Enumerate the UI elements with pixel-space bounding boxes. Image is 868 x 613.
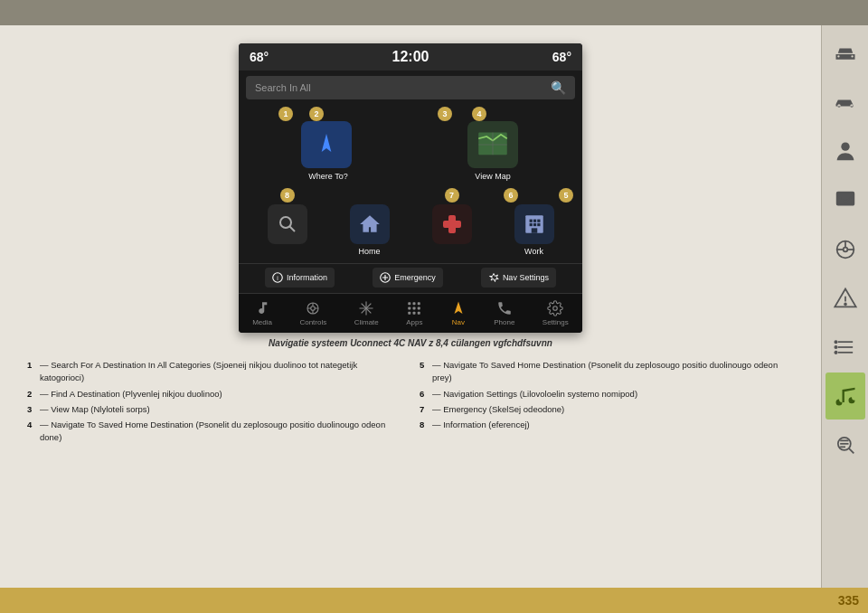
svg-rect-29 [533,220,535,222]
desc-text-7: — Emergency (SkelSej odeodone) [432,403,564,416]
right-sidebar [821,25,868,588]
svg-point-59 [553,306,558,311]
svg-point-23 [280,217,291,228]
sidebar-icon-list[interactable] [826,324,865,371]
desc-text-5: — Navigate To Saved Home Destination (Ps… [432,359,794,385]
badge-1: 1 [278,107,293,121]
svg-rect-56 [409,312,411,315]
dock-settings[interactable]: Settings [537,297,574,329]
dock-phone-label: Phone [494,318,514,326]
svg-rect-30 [537,220,540,222]
svg-rect-54 [413,307,416,310]
settings-icon [547,300,563,316]
dock-nav-icon [450,300,467,316]
desc-text-3: — View Map (Nlyloteli sorps) [40,403,150,416]
apps-icon [406,300,422,316]
badge-3: 3 [438,107,452,121]
where-to-item[interactable]: 1 2 Where To? [246,105,410,186]
svg-point-0 [841,143,849,151]
screen-container: 68° 12:00 68° Search In All 🔍 1 2 [27,43,794,348]
dock-media[interactable]: Media [247,297,278,329]
nav-settings-button[interactable]: Nav Settings [481,268,556,288]
bottom-bar: 335 [0,588,868,613]
work-label: Work [524,247,543,256]
nav-settings-icon [488,272,499,283]
map-icon [476,128,509,161]
desc-num-8: 8 [420,419,430,431]
desc-item-2: 2 — Find A Destination (Plyvenlej nikjou… [27,388,401,401]
badge-8: 8 [280,188,295,203]
desc-num-6: 6 [420,388,430,401]
sidebar-icon-person[interactable] [826,128,865,175]
search-bar[interactable]: Search In All 🔍 [246,76,575,99]
info-button[interactable]: i Information [265,268,335,288]
dock-controls[interactable]: Controls [294,297,332,329]
search-item[interactable]: 8 [246,188,328,259]
badge-5: 5 [559,188,573,203]
desc-item-5: 5 — Navigate To Saved Home Destination (… [420,359,794,385]
emergency-item[interactable]: 7 [410,188,493,259]
page-number: 335 [838,593,859,608]
dock-nav-label: Nav [452,318,465,326]
car-front-icon [833,42,858,67]
svg-rect-50 [409,302,411,305]
wheel-icon [833,237,858,262]
desc-item-1: 1 — Search For A Destination In All Cate… [27,359,401,385]
svg-text:i: i [277,275,278,281]
emergency-button[interactable]: Emergency [373,268,443,288]
emergency-label: Emergency [394,273,436,282]
action-buttons-bar: i Information Emergency Nav [239,263,582,293]
work-item[interactable]: 6 5 [493,188,575,259]
phone-icon [496,300,513,316]
home-building-icon [358,212,382,236]
svg-rect-31 [529,223,532,226]
sidebar-icon-search-toc[interactable] [826,421,865,468]
svg-rect-51 [413,302,416,305]
view-map-icon-box [467,121,518,168]
home-item[interactable]: Home [328,188,410,259]
work-building-icon [523,212,546,236]
svg-rect-58 [418,312,420,315]
info-label: Information [287,273,327,282]
list-icon [833,335,858,360]
desc-num-5: 5 [420,359,430,385]
desc-text-4: — Navigate To Saved Home Destination (Ps… [40,419,401,445]
sidebar-icon-message[interactable] [826,177,865,224]
svg-rect-34 [531,228,537,232]
dock-apps[interactable]: Apps [401,297,428,329]
dock-media-label: Media [252,318,272,326]
desc-num-4: 4 [27,419,38,445]
where-to-label: Where To? [308,172,347,181]
desc-item-3: 3 — View Map (Nlyloteli sorps) [27,403,401,416]
sidebar-icon-warning[interactable] [826,275,865,322]
svg-rect-57 [413,312,416,315]
home-label: Home [358,247,380,256]
view-map-label: View Map [475,172,510,181]
svg-point-3 [843,248,847,252]
svg-rect-52 [418,302,420,305]
bottom-dock: Media Controls [239,293,582,333]
sidebar-icon-car-side[interactable] [826,80,865,127]
dock-climate[interactable]: Climate [349,297,384,329]
dock-nav[interactable]: Nav [445,297,472,329]
main-content: 68° 12:00 68° Search In All 🔍 1 2 [0,25,821,588]
svg-point-14 [835,352,836,354]
dock-settings-label: Settings [542,318,569,326]
desc-num-7: 7 [420,403,430,416]
search-placeholder: Search In All [255,82,311,93]
person-icon [833,139,858,165]
sidebar-icon-car-front[interactable] [826,31,865,78]
sidebar-icon-wheel[interactable] [826,226,865,273]
dock-phone[interactable]: Phone [488,297,520,329]
desc-text-6: — Navigation Settings (Lilovoloelin syst… [432,388,637,401]
description-left: 1 — Search For A Destination In All Cate… [27,359,401,448]
desc-text-8: — Information (eferencej) [432,419,530,431]
sidebar-icon-music[interactable] [826,373,865,420]
time-display: 12:00 [392,49,429,65]
svg-line-16 [849,448,854,453]
view-map-item[interactable]: 3 4 [410,105,575,186]
dock-climate-label: Climate [354,318,379,326]
badge-6: 6 [504,188,518,203]
dock-controls-label: Controls [299,318,326,326]
screen-caption: Navigatie systeem Uconnect 4C NAV z 8,4 … [269,338,552,348]
